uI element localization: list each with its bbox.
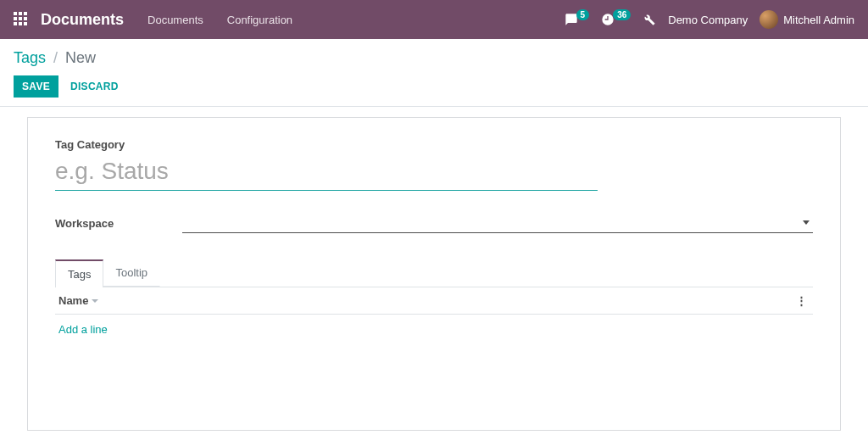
workspace-field: Workspace [55, 215, 813, 233]
avatar [760, 10, 778, 29]
company-switcher[interactable]: Demo Company [668, 14, 748, 26]
discard-button[interactable]: Discard [67, 75, 122, 98]
user-name: Mitchell Admin [783, 14, 854, 26]
tab-tags[interactable]: Tags [55, 259, 103, 287]
sort-caret-icon [92, 299, 98, 303]
cp-buttons: Save Discard [14, 75, 854, 98]
column-name[interactable]: Name [58, 294, 98, 307]
activities-badge: 36 [613, 9, 631, 20]
messages-button[interactable]: 5 [565, 13, 590, 26]
tab-tooltip[interactable]: Tooltip [103, 259, 160, 287]
breadcrumb-root[interactable]: Tags [14, 49, 46, 66]
workspace-label: Workspace [55, 217, 182, 230]
debug-button[interactable] [643, 13, 656, 26]
activities-button[interactable]: 36 [601, 13, 631, 26]
tag-category-field: Tag Category [55, 138, 598, 191]
nav-documents[interactable]: Documents [147, 14, 203, 26]
breadcrumb-sep: / [50, 49, 61, 66]
column-name-label: Name [58, 294, 88, 307]
breadcrumb-current: New [65, 49, 96, 66]
user-menu[interactable]: Mitchell Admin [760, 10, 854, 29]
navbar: Documents Documents Configuration 5 36 D… [0, 0, 868, 39]
wrench-icon [643, 13, 656, 26]
save-button[interactable]: Save [14, 75, 58, 98]
apps-icon[interactable] [14, 12, 29, 27]
messages-badge: 5 [576, 9, 590, 20]
list-header: Name ⋮ [55, 287, 813, 315]
nav-configuration[interactable]: Configuration [227, 14, 292, 26]
add-line-button[interactable]: Add a line [55, 315, 813, 344]
kebab-menu-icon[interactable]: ⋮ [793, 294, 810, 307]
tabbar: Tags Tooltip [55, 259, 813, 287]
form-container: Tag Category Workspace Tags Tooltip Name [0, 107, 868, 446]
workspace-select[interactable] [182, 215, 813, 233]
form-sheet: Tag Category Workspace Tags Tooltip Name [27, 117, 841, 431]
control-panel: Tags / New Save Discard [0, 39, 868, 107]
tag-category-input[interactable] [55, 154, 598, 191]
company-name: Demo Company [668, 14, 748, 26]
notebook: Tags Tooltip Name ⋮ Add a line [55, 259, 813, 389]
breadcrumb: Tags / New [14, 49, 854, 67]
tab-content: Name ⋮ Add a line [55, 287, 813, 389]
app-title[interactable]: Documents [41, 11, 124, 29]
tag-category-label: Tag Category [55, 138, 598, 151]
systray: 5 36 Demo Company Mitchell Admin [565, 10, 854, 29]
